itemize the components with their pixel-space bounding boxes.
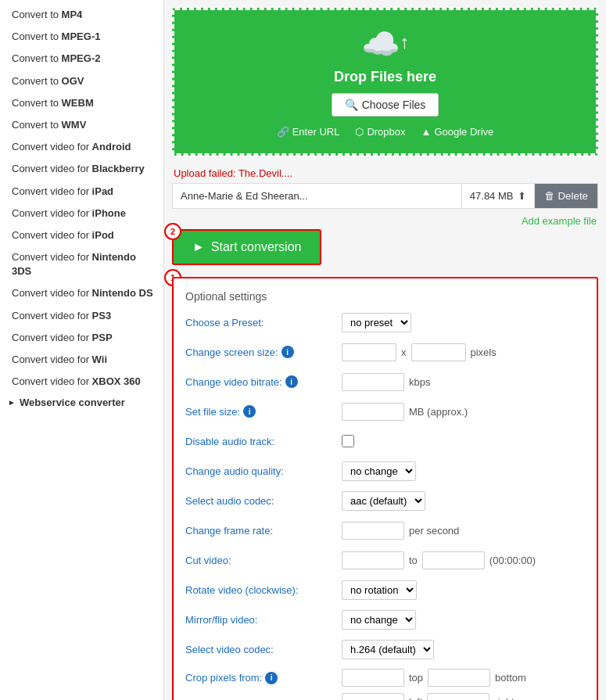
sidebar-item-ipod[interactable]: Convert video for iPod (0, 224, 163, 246)
settings-row-cut-video: Cut video: to (00:00:00) (185, 550, 585, 570)
crop-left-control: left right (342, 693, 515, 700)
cut-video-end-input[interactable] (422, 551, 485, 569)
bitrate-control: kbps (342, 373, 430, 391)
sidebar-item-iphone[interactable]: Convert video for iPhone (0, 203, 163, 224)
sidebar-item-nintendo3ds[interactable]: Convert video for Nintendo 3DS (0, 246, 163, 282)
video-codec-select[interactable]: h.264 (default) (342, 640, 434, 659)
start-conversion-label: Start conversion (211, 240, 302, 254)
google-drive-link[interactable]: ▲ Google Drive (421, 126, 494, 138)
screen-size-unit: pixels (471, 346, 497, 358)
chevron-right-icon: ► (192, 240, 205, 254)
file-size-unit: MB (approx.) (409, 406, 468, 418)
conversion-area: 2 ► Start conversion (172, 229, 321, 265)
sidebar-item-mpeg1[interactable]: Convert to MPEG-1 (0, 26, 163, 48)
file-size-input[interactable] (342, 403, 404, 421)
sidebar-item-ogv[interactable]: Convert to OGV (0, 70, 163, 92)
sidebar-item-webm[interactable]: Convert to WEBM (0, 92, 163, 114)
frame-rate-input[interactable] (342, 522, 404, 540)
disable-audio-checkbox[interactable] (342, 435, 354, 447)
frame-rate-label: Change frame rate: (185, 525, 342, 537)
sidebar-item-ps3[interactable]: Convert video for PS3 (0, 305, 163, 327)
choose-files-label: Choose Files (362, 99, 426, 111)
frame-rate-unit: per second (409, 525, 459, 537)
add-example-file[interactable]: Add example file (172, 213, 598, 229)
bitrate-input[interactable] (342, 373, 404, 391)
choose-files-button[interactable]: 🔍 Choose Files (332, 93, 439, 117)
mirror-label: Mirror/flip video: (185, 614, 342, 626)
settings-row-screen-size: Change screen size: i x pixels (185, 342, 585, 362)
settings-row-crop: Crop pixels from: i top bottom left (185, 669, 585, 700)
enter-url-link[interactable]: 🔗 Enter URL (277, 126, 340, 138)
drop-zone[interactable]: ☁️↑ Drop Files here 🔍 Choose Files 🔗 Ent… (172, 8, 598, 156)
sidebar-item-blackberry[interactable]: Convert video for Blackberry (0, 158, 163, 180)
chevron-right-icon: ► (8, 398, 16, 407)
cut-video-label: Cut video: (185, 555, 342, 566)
audio-quality-select[interactable]: no change (342, 461, 416, 481)
dropbox-link[interactable]: ⬡ Dropbox (355, 126, 405, 138)
cut-video-start-input[interactable] (342, 551, 404, 569)
preset-select[interactable]: no preset (342, 313, 411, 332)
sidebar-item-webservice[interactable]: ► Webservice converter (0, 393, 163, 412)
settings-row-file-size: Set file size: i MB (approx.) (185, 401, 585, 422)
mirror-control: no change (342, 610, 416, 630)
settings-row-audio-codec: Select audio codec: aac (default) (185, 490, 585, 511)
rotate-control: no rotation (342, 580, 417, 600)
settings-row-mirror: Mirror/flip video: no change (185, 609, 585, 630)
screen-height-input[interactable] (411, 343, 466, 361)
screen-size-label: Change screen size: i (185, 346, 342, 358)
settings-row-disable-audio: Disable audio track: (185, 431, 585, 451)
sidebar-item-xbox360[interactable]: Convert video for XBOX 360 (0, 371, 163, 393)
screen-width-input[interactable] (342, 343, 396, 361)
sidebar-item-mp4[interactable]: Convert to MP4 (0, 4, 163, 26)
start-conversion-button[interactable]: ► Start conversion (172, 229, 321, 265)
file-row: Anne-Marie & Ed Sheeran... 47.84 MB ⬆ 🗑 … (172, 183, 598, 209)
mirror-select[interactable]: no change (342, 610, 416, 630)
file-size: 47.84 MB ⬆ (462, 184, 536, 208)
disable-audio-control (342, 435, 354, 447)
file-size-info-icon[interactable]: i (243, 405, 256, 418)
cut-video-control: to (00:00:00) (342, 551, 536, 569)
audio-codec-select[interactable]: aac (default) (342, 491, 425, 511)
sidebar-item-psp[interactable]: Convert video for PSP (0, 327, 163, 349)
audio-quality-control: no change (342, 461, 416, 481)
preset-label: Choose a Preset: (185, 317, 342, 328)
google-drive-icon: ▲ (421, 126, 432, 138)
bitrate-unit: kbps (409, 376, 430, 388)
audio-codec-control: aac (default) (342, 491, 425, 511)
sidebar-item-mpeg2[interactable]: Convert to MPEG-2 (0, 48, 163, 70)
dropbox-label: Dropbox (367, 126, 405, 138)
audio-quality-label: Change audio quality: (185, 465, 342, 477)
upload-icon: ☁️↑ (190, 26, 580, 63)
settings-row-bitrate: Change video bitrate: i kbps (185, 372, 585, 392)
crop-top-control: top bottom (342, 669, 526, 687)
bitrate-info-icon[interactable]: i (285, 375, 298, 388)
crop-info-icon[interactable]: i (265, 672, 278, 684)
drop-zone-links: 🔗 Enter URL ⬡ Dropbox ▲ Google Drive (190, 126, 580, 138)
sidebar-item-android[interactable]: Convert video for Android (0, 136, 163, 158)
delete-button[interactable]: 🗑 Delete (535, 184, 597, 208)
settings-row-preset: Choose a Preset: no preset (185, 312, 585, 332)
crop-bottom-input[interactable] (428, 669, 490, 687)
webservice-label: Webservice converter (20, 397, 125, 408)
frame-rate-control: per second (342, 522, 459, 540)
settings-row-video-codec: Select video codec: h.264 (default) (185, 639, 585, 659)
sidebar-item-wmv[interactable]: Convert to WMV (0, 114, 163, 136)
sidebar-item-nintendods[interactable]: Convert video for Nintendo DS (0, 282, 163, 304)
link-icon: 🔗 (277, 126, 289, 138)
screen-size-control: x pixels (342, 343, 497, 361)
settings-row-audio-quality: Change audio quality: no change (185, 461, 585, 481)
sidebar-item-ipad[interactable]: Convert video for iPad (0, 181, 163, 203)
crop-top-label: top (409, 672, 423, 684)
crop-top-input[interactable] (342, 669, 404, 687)
screen-size-info-icon[interactable]: i (281, 346, 294, 358)
screen-size-x: x (401, 346, 407, 358)
crop-bottom-label: bottom (495, 672, 526, 684)
sidebar-item-wii[interactable]: Convert video for Wii (0, 349, 163, 371)
crop-right-input[interactable] (427, 693, 489, 700)
sidebar: Convert to MP4 Convert to MPEG-1 Convert… (0, 0, 164, 700)
crop-left-label: left (409, 696, 422, 700)
rotate-select[interactable]: no rotation (342, 580, 417, 600)
optional-settings-title: Optional settings (185, 290, 585, 303)
preset-control: no preset (342, 313, 411, 332)
crop-left-input[interactable] (342, 693, 404, 700)
